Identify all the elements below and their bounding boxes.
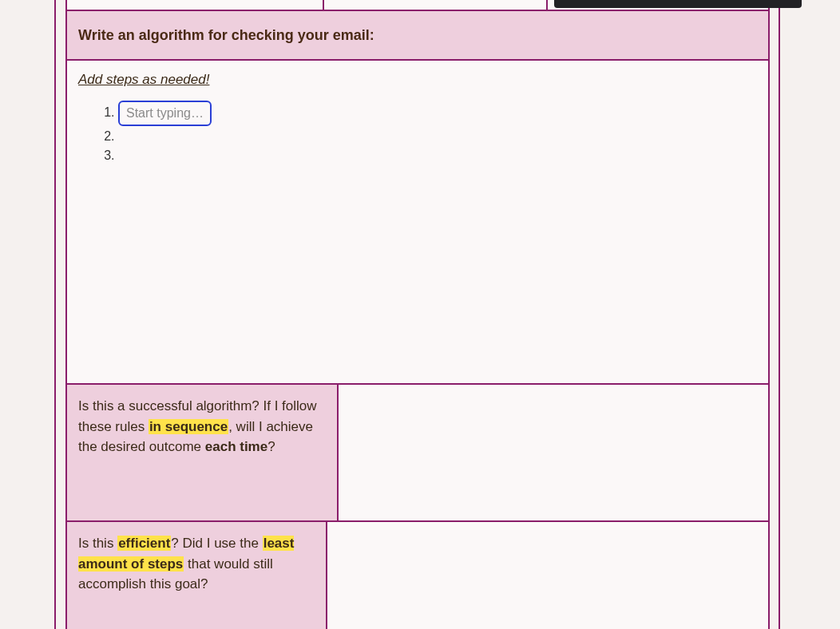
divider — [323, 0, 324, 10]
q2-highlight-efficient: efficient — [117, 536, 171, 551]
outer-border-right — [779, 0, 780, 629]
q1-highlight-sequence: in sequence — [149, 419, 228, 434]
worksheet-page: Write an algorithm for checking your ema… — [0, 0, 840, 629]
q1-bold-eachtime: each time — [205, 439, 267, 454]
step-item-1[interactable]: Start typing… — [118, 101, 757, 126]
outer-border-left — [54, 0, 56, 629]
prompt-title: Write an algorithm for checking your ema… — [78, 27, 374, 44]
step-item-3[interactable] — [118, 147, 757, 164]
question-efficient-prompt: Is this efficient? Did I use the least a… — [67, 522, 327, 629]
prompt-header-row: Write an algorithm for checking your ema… — [67, 10, 768, 59]
question-successful-answer[interactable] — [339, 385, 768, 520]
algorithm-steps-cell[interactable]: Add steps as needed! Start typing… — [67, 59, 768, 383]
question-row-successful: Is this a successful algorithm? If I fol… — [67, 383, 768, 520]
divider — [546, 0, 548, 10]
question-successful-prompt: Is this a successful algorithm? If I fol… — [67, 385, 339, 520]
q1-suffix: ? — [267, 439, 275, 454]
step-item-2[interactable] — [118, 128, 757, 145]
question-row-efficient: Is this efficient? Did I use the least a… — [67, 520, 768, 629]
question-efficient-answer[interactable] — [327, 522, 768, 629]
sub-instruction: Add steps as needed! — [78, 72, 757, 88]
steps-list: Start typing… — [102, 101, 757, 164]
q2-prefix: Is this — [78, 536, 117, 551]
toolbar-shadow — [554, 0, 802, 8]
q2-mid1: ? Did I use the — [171, 536, 262, 551]
step-input[interactable]: Start typing… — [118, 101, 212, 126]
worksheet-table: Write an algorithm for checking your ema… — [65, 10, 770, 629]
